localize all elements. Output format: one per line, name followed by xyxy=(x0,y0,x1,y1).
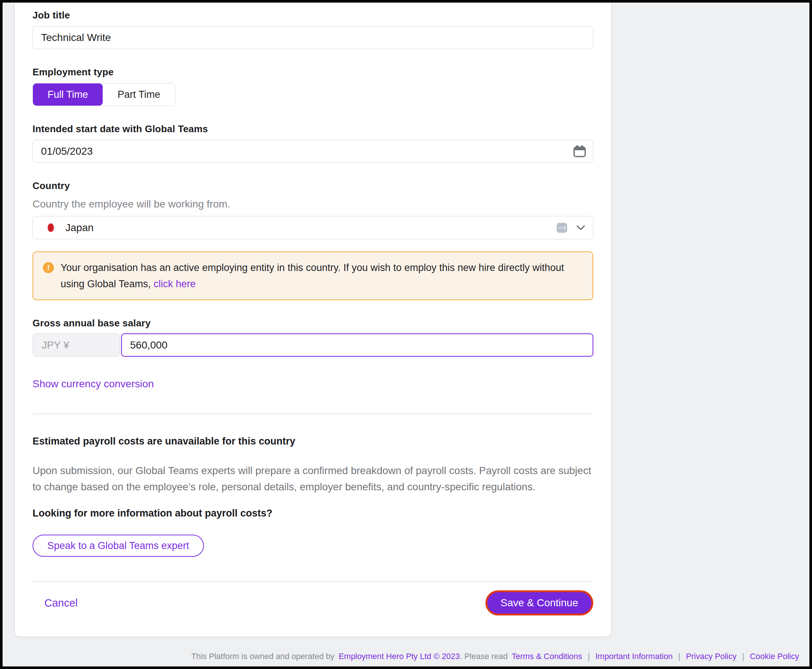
employing-entity-warning-banner: ! Your organisation has an active employ… xyxy=(32,251,593,300)
chevron-down-icon[interactable] xyxy=(577,225,585,230)
start-date-input[interactable] xyxy=(32,140,593,163)
show-currency-conversion-link[interactable]: Show currency conversion xyxy=(32,378,154,390)
salary-input[interactable] xyxy=(121,333,593,356)
footer-separator: | xyxy=(742,652,745,661)
footer-separator: | xyxy=(678,652,681,661)
save-and-continue-button[interactable]: Save & Continue xyxy=(487,592,591,614)
country-select[interactable]: Japan xyxy=(32,216,593,239)
terms-conditions-link[interactable]: Terms & Conditions xyxy=(512,652,582,661)
important-information-link[interactable]: Important Information xyxy=(596,652,673,661)
warning-icon: ! xyxy=(43,262,54,273)
speak-to-expert-button[interactable]: Speak to a Global Teams expert xyxy=(32,535,204,557)
combobox-input-icon xyxy=(557,223,567,233)
form-actions: Cancel Save & Continue xyxy=(32,592,593,614)
privacy-policy-link[interactable]: Privacy Policy xyxy=(686,652,737,661)
legal-footer: This Platform is owned and operated by E… xyxy=(3,652,799,661)
salary-field: JPY ¥ xyxy=(32,333,593,356)
payroll-question-heading: Looking for more information about payro… xyxy=(32,508,593,519)
country-label: Country xyxy=(32,180,593,192)
currency-prefix: JPY ¥ xyxy=(32,333,120,356)
app-viewport: Job title Employment type Full Time Part… xyxy=(0,0,812,669)
start-date-field xyxy=(32,140,593,163)
footer-prefix-text: This Platform is owned and operated by xyxy=(191,652,335,661)
start-date-label: Intended start date with Global Teams xyxy=(32,123,593,135)
cancel-button[interactable]: Cancel xyxy=(44,597,77,609)
new-hire-form-card: Job title Employment type Full Time Part… xyxy=(14,1,612,637)
warning-text: Your organisation has an active employin… xyxy=(61,262,564,289)
cookie-policy-link[interactable]: Cookie Policy xyxy=(750,652,799,661)
employment-type-option-part-time[interactable]: Part Time xyxy=(103,84,175,106)
job-title-input[interactable] xyxy=(32,26,593,49)
country-select-icons xyxy=(557,223,585,233)
actions-divider xyxy=(32,581,593,582)
payroll-costs-description: Upon submission, our Global Teams expert… xyxy=(32,462,593,495)
warning-message: Your organisation has an active employin… xyxy=(61,260,570,292)
employment-hero-link[interactable]: Employment Hero Pty Ltd © 2023 xyxy=(339,652,460,661)
section-divider xyxy=(32,414,593,414)
employment-type-option-full-time[interactable]: Full Time xyxy=(33,84,103,106)
country-helper-text: Country the employee will be working fro… xyxy=(32,198,593,211)
employment-type-label: Employment type xyxy=(32,66,593,78)
footer-middle-text: . Please read xyxy=(460,652,508,661)
country-selected-value: Japan xyxy=(66,222,93,234)
footer-separator: | xyxy=(588,652,590,661)
employment-type-toggle: Full Time Part Time xyxy=(32,83,175,106)
click-here-link[interactable]: click here xyxy=(154,278,196,289)
salary-label: Gross annual base salary xyxy=(32,317,593,329)
currency-conversion-row: Show currency conversion xyxy=(32,378,593,390)
japan-flag-icon xyxy=(44,223,57,233)
job-title-label: Job title xyxy=(32,9,593,21)
payroll-costs-heading: Estimated payroll costs are unavailable … xyxy=(32,436,593,447)
